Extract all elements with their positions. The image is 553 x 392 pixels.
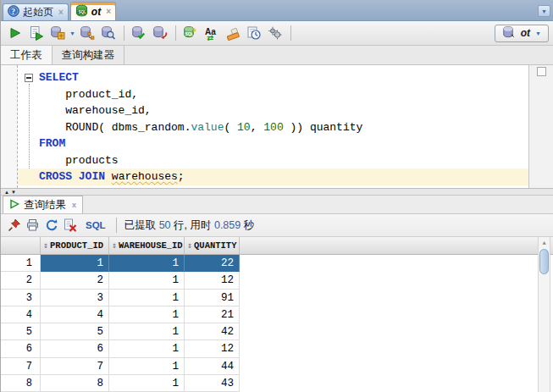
grid-rows: 1112222112331914412155142661127714488143 [1, 255, 553, 392]
column-header-quantity[interactable]: ⇕QUANTITY [185, 237, 240, 254]
explain-plan-button[interactable] [78, 24, 97, 43]
code-token: CROSS JOIN [39, 170, 105, 183]
tab-label: 起始页 [23, 5, 53, 19]
grid-cell[interactable]: 22 [185, 255, 240, 272]
code-fold-toggle[interactable] [25, 74, 33, 82]
grid-cell[interactable]: 1 [41, 255, 109, 272]
grid-cell[interactable]: 8 [41, 375, 109, 392]
code-line-7[interactable]: CROSS JOIN warehouses; [18, 168, 528, 185]
refresh-button[interactable] [43, 217, 60, 234]
cancel-button[interactable] [62, 217, 79, 234]
code-line-1[interactable]: SELECT [18, 69, 528, 86]
grid-cell[interactable]: 12 [185, 272, 240, 289]
status-label: 已提取 [124, 219, 159, 231]
code-token [105, 170, 112, 183]
unshared-worksheet-button[interactable]: SQL★ [181, 24, 201, 43]
fetch-status-text: 已提取 50 行, 用时 0.859 秒 [124, 218, 255, 233]
column-label: QUANTITY [194, 240, 236, 251]
run-statement-button[interactable] [5, 24, 25, 43]
table-row[interactable]: 22112 [1, 272, 240, 289]
grid-cell[interactable]: 43 [185, 375, 240, 392]
grid-cell[interactable]: 1 [109, 323, 185, 340]
table-row[interactable]: 66112 [1, 340, 240, 357]
sql-editor[interactable]: SELECT product_id, warehouse_id, ROUND( … [1, 65, 553, 188]
tab-worksheet[interactable]: 工作表 [1, 46, 53, 64]
splitter-down-icon[interactable]: ▼ [11, 190, 16, 195]
grid-cell[interactable]: 7 [41, 358, 109, 375]
dropdown-arrow-icon[interactable]: ▼ [69, 30, 75, 36]
table-row[interactable]: 44121 [1, 306, 240, 323]
grid-cell[interactable]: 91 [185, 290, 240, 306]
horizontal-splitter[interactable]: ▲ ▼ [1, 188, 553, 196]
tab-worksheet-ot[interactable]: SQL ot × [70, 2, 116, 20]
commit-button[interactable] [130, 24, 149, 43]
code-token: SELECT [39, 71, 79, 84]
grid-cell[interactable]: 44 [185, 358, 240, 375]
connection-selector[interactable]: ot ▼ [495, 25, 549, 42]
grid-cell[interactable]: 4 [41, 306, 109, 323]
grid-cell[interactable]: 1 [109, 340, 185, 357]
grid-cell[interactable]: 1 [109, 375, 185, 392]
sort-icon[interactable]: ⇕ [43, 240, 48, 251]
vertical-scrollbar[interactable]: ▲ [538, 237, 550, 392]
code-line-3[interactable]: warehouse_id, [18, 102, 528, 119]
grid-cell[interactable]: 1 [109, 306, 185, 323]
sort-icon[interactable]: ⇕ [187, 240, 192, 251]
grid-cell[interactable]: 1 [109, 358, 185, 375]
grid-cell[interactable]: 1 [109, 272, 185, 289]
table-row[interactable]: 11122 [1, 255, 240, 272]
row-number: 6 [1, 340, 41, 357]
splitter-up-icon[interactable]: ▲ [4, 190, 9, 195]
sort-icon[interactable]: ⇕ [112, 240, 117, 251]
tab-query-result[interactable]: 查询结果 x [3, 196, 83, 213]
case-toggle-button[interactable]: Aa⇄ [202, 24, 222, 43]
table-row[interactable]: 77144 [1, 358, 240, 375]
close-icon[interactable]: × [58, 8, 64, 17]
grid-corner-cell [1, 237, 41, 254]
autotrace-button[interactable] [47, 24, 67, 43]
table-row[interactable]: 55142 [1, 323, 240, 340]
find-db-object-button[interactable] [99, 24, 119, 43]
tab-start-page[interactable]: ? 起始页 × [3, 3, 69, 20]
grid-cell[interactable]: 21 [185, 306, 240, 323]
row-number: 5 [1, 323, 41, 340]
grid-cell[interactable]: 12 [185, 340, 240, 357]
code-line-6[interactable]: products [18, 152, 528, 169]
close-icon[interactable]: × [106, 8, 111, 16]
tuning-button[interactable] [266, 24, 285, 43]
code-token: 100 [263, 121, 283, 134]
code-line-2[interactable]: product_id, [18, 86, 528, 103]
grid-cell[interactable]: 6 [41, 340, 109, 357]
results-toolbar: SQL 已提取 50 行, 用时 0.859 秒 [1, 214, 553, 237]
sql-history-button[interactable] [245, 24, 264, 43]
pin-button[interactable] [6, 217, 23, 234]
clear-button[interactable] [224, 24, 243, 43]
grid-cell[interactable]: 5 [41, 323, 109, 340]
sql-link[interactable]: SQL [86, 220, 106, 230]
tab-query-builder[interactable]: 查询构建器 [53, 46, 125, 64]
scroll-thumb[interactable] [539, 249, 549, 274]
results-grid[interactable]: ⇕PRODUCT_ID⇕WAREHOUSE_ID⇕QUANTITY 111222… [1, 237, 553, 392]
column-header-warehouse_id[interactable]: ⇕WAREHOUSE_ID [109, 237, 185, 254]
code-line-5[interactable]: FROM [18, 135, 528, 152]
grid-cell[interactable]: 1 [109, 255, 185, 272]
grid-cell[interactable]: 42 [185, 323, 240, 340]
table-row[interactable]: 33191 [1, 290, 240, 306]
code-line-4[interactable]: ROUND( dbms_random.value( 10, 100 )) qua… [18, 119, 528, 136]
grid-cell[interactable]: 1 [109, 290, 185, 306]
status-number: 50 [159, 219, 171, 231]
editor-code-area[interactable]: SELECT product_id, warehouse_id, ROUND( … [18, 65, 528, 188]
column-header-product_id[interactable]: ⇕PRODUCT_ID [41, 237, 109, 254]
close-icon[interactable]: x [72, 202, 76, 209]
rollback-button[interactable] [151, 24, 170, 43]
code-token: product_id, [39, 88, 138, 101]
scroll-up-arrow[interactable]: ▲ [539, 237, 550, 248]
tab-list-dropdown-button[interactable]: ▼ [538, 5, 550, 17]
tab-label: 查询结果 [24, 198, 66, 213]
table-row[interactable]: 88143 [1, 375, 240, 392]
grid-cell[interactable]: 2 [41, 272, 109, 289]
column-label: PRODUCT_ID [50, 240, 103, 251]
print-button[interactable] [25, 217, 41, 234]
grid-cell[interactable]: 3 [41, 290, 109, 306]
run-script-button[interactable] [26, 24, 46, 43]
